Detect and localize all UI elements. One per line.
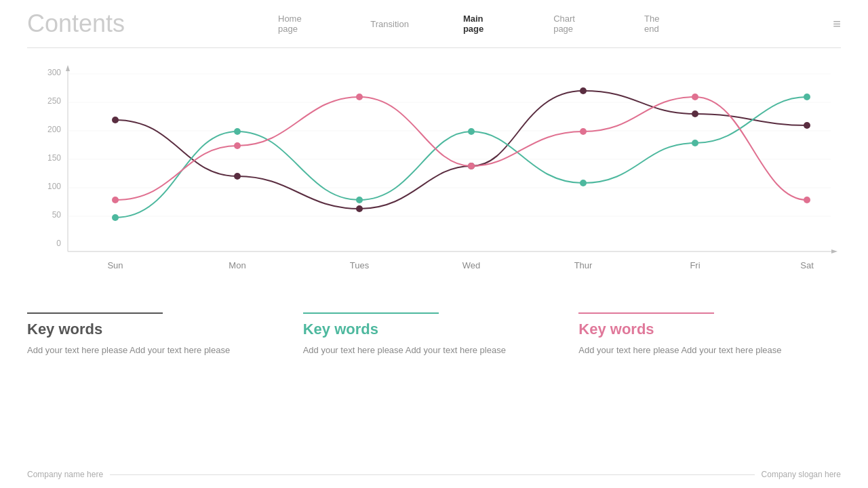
nav-main[interactable]: Main page bbox=[463, 14, 499, 34]
nav-home[interactable]: Home page bbox=[278, 14, 316, 34]
svg-point-44 bbox=[804, 197, 810, 203]
kw-text-1: Add your text here please Add your text … bbox=[27, 344, 262, 358]
svg-marker-10 bbox=[831, 249, 837, 253]
svg-text:0: 0 bbox=[56, 239, 61, 248]
svg-point-39 bbox=[234, 142, 241, 149]
kw-divider-3 bbox=[578, 312, 714, 314]
svg-text:Sat: Sat bbox=[800, 260, 814, 270]
svg-text:Wed: Wed bbox=[462, 260, 481, 270]
svg-text:Sun: Sun bbox=[107, 260, 123, 270]
svg-point-29 bbox=[692, 110, 698, 117]
svg-point-35 bbox=[580, 180, 587, 186]
chart-svg: 300 250 200 150 100 50 0 Sun Mon Tues We… bbox=[27, 62, 841, 292]
footer-company: Company name here bbox=[27, 470, 103, 479]
svg-text:Thur: Thur bbox=[574, 260, 593, 270]
kw-block-3: Key words Add your text here please Add … bbox=[578, 312, 841, 358]
svg-point-33 bbox=[356, 197, 363, 203]
kw-title-2: Key words bbox=[303, 321, 538, 338]
svg-text:100: 100 bbox=[47, 182, 61, 191]
svg-text:150: 150 bbox=[47, 153, 61, 163]
nav-chart[interactable]: Chart page bbox=[553, 14, 590, 34]
kw-divider-1 bbox=[27, 312, 163, 314]
svg-point-34 bbox=[468, 128, 475, 135]
svg-text:200: 200 bbox=[47, 125, 61, 134]
kw-title-1: Key words bbox=[27, 321, 262, 338]
svg-point-36 bbox=[692, 140, 698, 146]
svg-text:Tues: Tues bbox=[350, 260, 370, 270]
kw-block-1: Key words Add your text here please Add … bbox=[27, 312, 290, 358]
nav-end[interactable]: The end bbox=[644, 14, 671, 34]
svg-point-43 bbox=[692, 94, 698, 100]
svg-point-30 bbox=[804, 122, 810, 129]
svg-point-32 bbox=[234, 128, 241, 135]
svg-point-40 bbox=[356, 94, 363, 100]
svg-point-28 bbox=[580, 87, 587, 94]
svg-point-25 bbox=[234, 173, 241, 180]
logo: Contents bbox=[27, 9, 125, 38]
svg-point-38 bbox=[112, 197, 119, 203]
kw-divider-2 bbox=[303, 312, 439, 314]
footer: Company name here Company slogan here bbox=[0, 461, 868, 488]
footer-line bbox=[110, 474, 755, 475]
svg-text:50: 50 bbox=[52, 210, 62, 220]
svg-text:250: 250 bbox=[47, 96, 61, 106]
svg-text:Mon: Mon bbox=[229, 260, 245, 270]
svg-marker-8 bbox=[66, 65, 70, 71]
kw-text-2: Add your text here please Add your text … bbox=[303, 344, 538, 358]
svg-point-42 bbox=[580, 128, 587, 135]
keywords-section: Key words Add your text here please Add … bbox=[0, 312, 868, 358]
kw-block-2: Key words Add your text here please Add … bbox=[303, 312, 566, 358]
menu-icon[interactable]: ≡ bbox=[833, 16, 841, 32]
chart-container: 300 250 200 150 100 50 0 Sun Mon Tues We… bbox=[0, 48, 868, 306]
nav: Home page Transition Main page Chart pag… bbox=[278, 14, 671, 34]
footer-slogan: Company slogan here bbox=[762, 470, 841, 479]
svg-text:Fri: Fri bbox=[690, 260, 700, 270]
nav-transition[interactable]: Transition bbox=[370, 19, 409, 29]
svg-point-24 bbox=[112, 117, 119, 123]
svg-text:300: 300 bbox=[47, 68, 61, 77]
header: Contents Home page Transition Main page … bbox=[0, 0, 868, 47]
svg-point-37 bbox=[804, 94, 810, 100]
svg-point-41 bbox=[468, 163, 475, 169]
kw-text-3: Add your text here please Add your text … bbox=[578, 344, 814, 358]
svg-point-26 bbox=[356, 205, 363, 212]
kw-title-3: Key words bbox=[578, 321, 814, 338]
svg-point-31 bbox=[112, 214, 119, 221]
